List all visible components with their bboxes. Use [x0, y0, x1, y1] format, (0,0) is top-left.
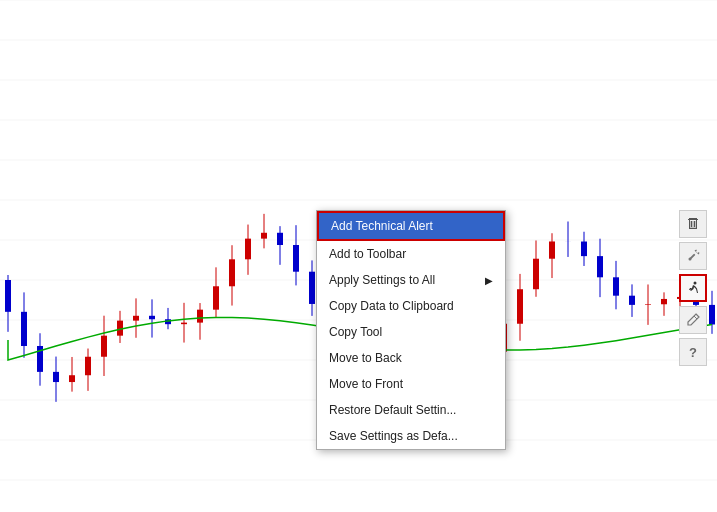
menu-item-move-to-back[interactable]: Move to Back: [317, 345, 505, 371]
svg-rect-5: [690, 221, 696, 228]
menu-item-copy-tool[interactable]: Copy Tool: [317, 319, 505, 345]
svg-rect-3: [696, 220, 697, 228]
menu-item-save-settings-as-default[interactable]: Save Settings as Defa...: [317, 423, 505, 449]
menu-item-copy-data-to-clipboard[interactable]: Copy Data to Clipboard: [317, 293, 505, 319]
menu-item-move-to-front[interactable]: Move to Front: [317, 371, 505, 397]
question-toolbar-btn[interactable]: ?: [679, 338, 707, 366]
wrench-toolbar-btn[interactable]: [679, 242, 707, 270]
svg-rect-0: [689, 218, 697, 219]
svg-point-10: [694, 282, 697, 285]
svg-rect-6: [691, 221, 692, 227]
menu-item-add-technical-alert[interactable]: Add Technical Alert: [317, 211, 505, 241]
svg-rect-1: [688, 219, 698, 220]
runner-toolbar-btn[interactable]: [679, 274, 707, 302]
svg-rect-7: [694, 221, 695, 227]
menu-item-restore-default-settings[interactable]: Restore Default Settin...: [317, 397, 505, 423]
svg-rect-4: [689, 228, 697, 229]
context-menu: Add Technical Alert Add to Toolbar Apply…: [316, 210, 506, 450]
svg-rect-2: [689, 220, 690, 228]
menu-item-add-to-toolbar[interactable]: Add to Toolbar: [317, 241, 505, 267]
svg-point-9: [689, 258, 692, 261]
delete-toolbar-btn[interactable]: [679, 210, 707, 238]
pencil-toolbar-btn[interactable]: [679, 306, 707, 334]
side-toolbar: ?: [679, 210, 707, 366]
submenu-arrow-icon: ▶: [485, 275, 493, 286]
menu-item-apply-settings-to-all[interactable]: Apply Settings to All ▶: [317, 267, 505, 293]
